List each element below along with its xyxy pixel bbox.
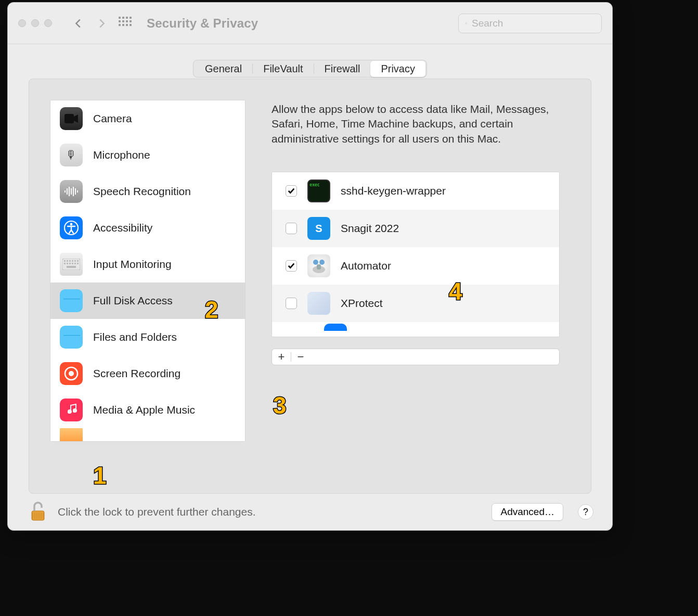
music-icon [60,399,83,421]
svg-rect-28 [63,335,80,336]
zoom-window-button[interactable] [44,19,52,27]
toolbar: Security & Privacy [8,3,612,44]
app-access-list[interactable]: exec sshd-keygen-wrapper S Snagit 2022 A… [272,172,560,337]
show-all-button[interactable] [119,17,132,30]
svg-rect-19 [77,260,79,262]
tab-filevault[interactable]: FileVault [253,61,313,77]
waveform-icon [60,180,83,203]
sidebar-item-label: Files and Folders [93,331,177,343]
app-icon [324,324,347,331]
footer: Click the lock to prevent further change… [8,494,612,530]
window-title: Security & Privacy [147,16,258,31]
folder-icon [60,326,83,349]
sidebar-item-speech[interactable]: Speech Recognition [50,173,245,210]
sidebar-item-label: Full Disk Access [93,294,173,307]
back-button[interactable] [73,18,84,29]
add-remove-control: + − [272,349,560,365]
app-name: XProtect [341,297,383,310]
tab-bar: General FileVault Firewall Privacy [8,60,612,78]
svg-point-0 [466,22,467,24]
sidebar-item-label: Screen Recording [93,367,180,380]
svg-rect-17 [72,260,73,262]
app-row-sshd[interactable]: exec sshd-keygen-wrapper [272,172,559,210]
sidebar-item-microphone[interactable]: 🎙 Microphone [50,137,245,173]
snagit-icon: S [307,217,330,240]
add-button[interactable]: + [272,349,291,365]
automator-icon [307,254,330,277]
svg-rect-14 [64,260,66,262]
svg-rect-20 [64,263,66,264]
svg-rect-22 [69,263,71,264]
sidebar-item-files-folders[interactable]: Files and Folders [50,319,245,355]
sidebar-item-partial[interactable] [50,428,245,442]
sidebar-item-full-disk-access[interactable]: Full Disk Access [50,283,245,319]
sidebar-item-label: Camera [93,112,132,125]
search-input[interactable] [472,18,595,29]
close-window-button[interactable] [18,19,26,27]
search-field[interactable] [458,14,602,33]
sidebar-item-accessibility[interactable]: Accessibility [50,210,245,246]
tab-general[interactable]: General [195,61,252,77]
checkbox[interactable] [286,223,297,234]
svg-rect-26 [67,266,76,268]
svg-rect-24 [74,263,76,264]
svg-rect-27 [63,299,80,299]
sidebar-item-label: Media & Apple Music [93,404,195,416]
camera-icon [60,107,83,130]
checkbox[interactable] [286,185,297,197]
svg-rect-37 [32,511,44,520]
content-panel: Camera 🎙 Microphone Speech Recognition A… [29,79,591,494]
record-icon [60,362,83,385]
app-row-xprotect[interactable]: XProtect [272,285,559,322]
microphone-icon: 🎙 [60,144,83,166]
folder-icon [60,289,83,312]
app-name: Automator [341,260,391,272]
lock-label: Click the lock to prevent further change… [58,506,256,518]
svg-rect-16 [69,260,71,262]
svg-point-35 [319,260,325,265]
svg-point-30 [69,371,74,376]
app-row-partial[interactable] [272,322,559,332]
svg-point-31 [68,410,71,414]
xprotect-icon [307,292,330,315]
svg-rect-23 [72,263,73,264]
minimize-window-button[interactable] [31,19,39,27]
checkbox[interactable] [286,298,297,309]
sidebar-item-camera[interactable]: Camera [50,100,245,137]
sidebar-item-label: Input Monitoring [93,258,172,271]
tab-privacy[interactable]: Privacy [370,61,425,77]
help-button[interactable]: ? [578,504,593,520]
sidebar-item-screen-recording[interactable]: Screen Recording [50,355,245,392]
terminal-icon: exec [307,179,330,202]
svg-rect-36 [317,264,321,270]
svg-rect-15 [67,260,68,262]
tab-firewall[interactable]: Firewall [314,61,371,77]
sidebar-item-label: Accessibility [93,222,152,234]
preferences-window: Security & Privacy General FileVault Fir… [7,2,613,531]
window-controls [18,19,52,27]
svg-rect-18 [74,260,76,262]
svg-marker-3 [74,114,78,123]
privacy-category-list[interactable]: Camera 🎙 Microphone Speech Recognition A… [50,100,245,442]
svg-point-32 [73,409,76,413]
svg-rect-2 [64,114,74,123]
checkbox[interactable] [286,260,297,272]
detail-description: Allow the apps below to access data like… [256,100,560,162]
remove-button[interactable]: − [291,349,310,365]
sidebar-item-media[interactable]: Media & Apple Music [50,392,245,428]
app-row-snagit[interactable]: S Snagit 2022 [272,210,559,247]
accessibility-icon [60,216,83,239]
sidebar-item-label: Microphone [93,149,150,161]
svg-rect-25 [77,263,79,264]
sidebar-item-input-monitoring[interactable]: Input Monitoring [50,246,245,283]
sidebar-item-label: Speech Recognition [93,185,191,198]
home-icon [60,428,83,442]
forward-button[interactable] [96,18,107,29]
detail-pane: Allow the apps below to access data like… [256,100,591,493]
svg-point-34 [313,260,318,265]
advanced-button[interactable]: Advanced… [492,503,563,521]
lock-button[interactable] [27,499,49,524]
svg-line-1 [467,23,467,24]
app-row-automator[interactable]: Automator [272,247,559,285]
svg-rect-21 [67,263,68,264]
